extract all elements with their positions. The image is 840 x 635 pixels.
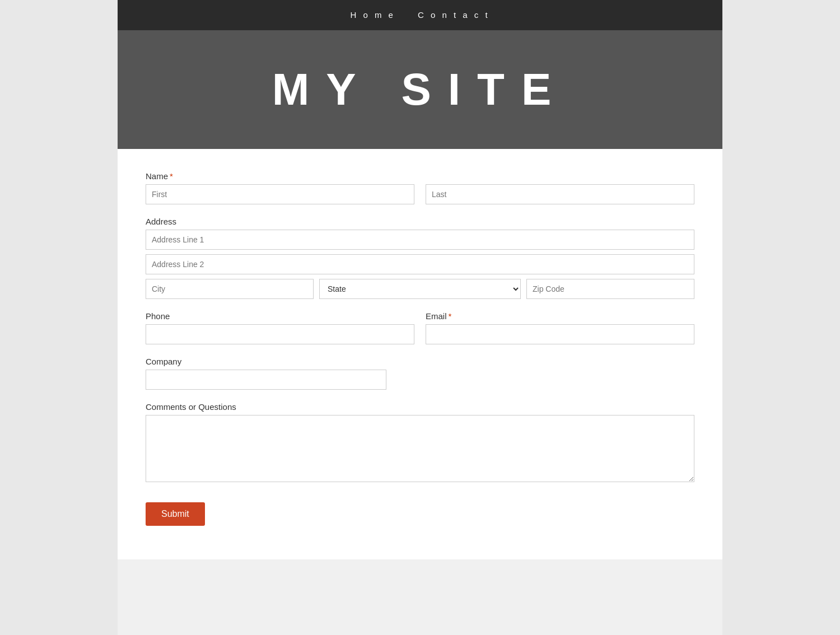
contact-form: Name* Address: [146, 171, 694, 526]
first-name-wrapper: [146, 184, 414, 204]
state-wrapper: State AL AK AZ AR CA CO CT DE FL GA HI: [319, 279, 521, 299]
name-required: *: [170, 171, 173, 181]
company-group: Company: [146, 357, 694, 390]
last-name-input[interactable]: [426, 184, 694, 204]
name-label: Name*: [146, 171, 694, 181]
comments-textarea[interactable]: [146, 415, 694, 482]
zip-input[interactable]: [526, 279, 694, 299]
phone-label: Phone: [146, 311, 414, 321]
city-input[interactable]: [146, 279, 314, 299]
nav-bar: H o m e C o n t a c t: [118, 0, 722, 30]
company-field-wrapper: [146, 370, 386, 390]
address-line1-input[interactable]: [146, 230, 694, 250]
city-wrapper: [146, 279, 314, 299]
email-input[interactable]: [426, 324, 694, 344]
comments-label: Comments or Questions: [146, 402, 694, 412]
hero-banner: MY SITE: [118, 30, 722, 149]
content-area: Name* Address: [118, 149, 722, 559]
address-group: Address State AL AK AZ AR CA: [146, 217, 694, 299]
phone-input[interactable]: [146, 324, 414, 344]
main-nav: H o m e C o n t a c t: [350, 10, 489, 20]
phone-group: Phone: [146, 311, 414, 344]
phone-email-group: Phone Email*: [146, 311, 694, 344]
nav-contact[interactable]: C o n t a c t: [418, 10, 490, 20]
submit-button[interactable]: Submit: [146, 502, 205, 526]
address-label: Address: [146, 217, 694, 226]
first-name-input[interactable]: [146, 184, 414, 204]
state-select[interactable]: State AL AK AZ AR CA CO CT DE FL GA HI: [319, 279, 521, 299]
company-input[interactable]: [146, 370, 386, 390]
name-group: Name*: [146, 171, 694, 204]
email-required: *: [449, 311, 452, 321]
email-label: Email*: [426, 311, 694, 321]
site-title: MY SITE: [118, 64, 722, 115]
address-line2-input[interactable]: [146, 254, 694, 274]
email-group: Email*: [426, 311, 694, 344]
comments-group: Comments or Questions: [146, 402, 694, 484]
company-label: Company: [146, 357, 694, 366]
last-name-wrapper: [426, 184, 694, 204]
nav-home[interactable]: H o m e: [350, 10, 395, 20]
name-row: [146, 184, 694, 204]
city-state-zip-row: State AL AK AZ AR CA CO CT DE FL GA HI: [146, 279, 694, 299]
zip-wrapper: [526, 279, 694, 299]
